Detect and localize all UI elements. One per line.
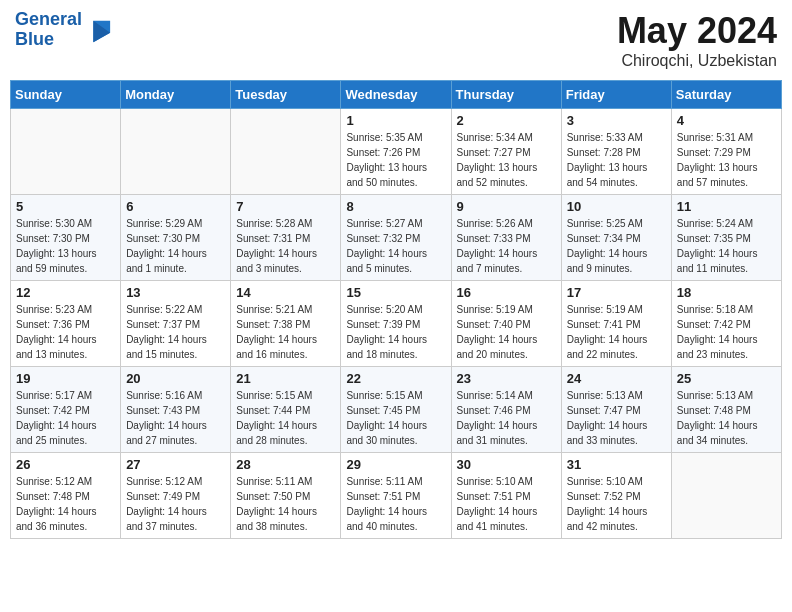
calendar-week-row: 1Sunrise: 5:35 AM Sunset: 7:26 PM Daylig…	[11, 109, 782, 195]
calendar-cell: 18Sunrise: 5:18 AM Sunset: 7:42 PM Dayli…	[671, 281, 781, 367]
day-info: Sunrise: 5:26 AM Sunset: 7:33 PM Dayligh…	[457, 216, 556, 276]
page-header: GeneralBlue May 2024 Chiroqchi, Uzbekist…	[10, 10, 782, 70]
day-number: 27	[126, 457, 225, 472]
day-number: 13	[126, 285, 225, 300]
day-info: Sunrise: 5:24 AM Sunset: 7:35 PM Dayligh…	[677, 216, 776, 276]
day-info: Sunrise: 5:29 AM Sunset: 7:30 PM Dayligh…	[126, 216, 225, 276]
calendar-cell: 22Sunrise: 5:15 AM Sunset: 7:45 PM Dayli…	[341, 367, 451, 453]
calendar-cell: 24Sunrise: 5:13 AM Sunset: 7:47 PM Dayli…	[561, 367, 671, 453]
month-title: May 2024	[617, 10, 777, 52]
calendar-cell: 13Sunrise: 5:22 AM Sunset: 7:37 PM Dayli…	[121, 281, 231, 367]
day-info: Sunrise: 5:34 AM Sunset: 7:27 PM Dayligh…	[457, 130, 556, 190]
weekday-header: Tuesday	[231, 81, 341, 109]
day-info: Sunrise: 5:19 AM Sunset: 7:41 PM Dayligh…	[567, 302, 666, 362]
day-number: 9	[457, 199, 556, 214]
day-number: 3	[567, 113, 666, 128]
day-number: 12	[16, 285, 115, 300]
calendar-cell: 9Sunrise: 5:26 AM Sunset: 7:33 PM Daylig…	[451, 195, 561, 281]
title-block: May 2024 Chiroqchi, Uzbekistan	[617, 10, 777, 70]
day-info: Sunrise: 5:17 AM Sunset: 7:42 PM Dayligh…	[16, 388, 115, 448]
calendar-cell: 31Sunrise: 5:10 AM Sunset: 7:52 PM Dayli…	[561, 453, 671, 539]
calendar-cell	[11, 109, 121, 195]
day-info: Sunrise: 5:12 AM Sunset: 7:49 PM Dayligh…	[126, 474, 225, 534]
day-number: 18	[677, 285, 776, 300]
day-number: 28	[236, 457, 335, 472]
calendar-cell: 26Sunrise: 5:12 AM Sunset: 7:48 PM Dayli…	[11, 453, 121, 539]
day-number: 21	[236, 371, 335, 386]
calendar-week-row: 12Sunrise: 5:23 AM Sunset: 7:36 PM Dayli…	[11, 281, 782, 367]
calendar-cell: 29Sunrise: 5:11 AM Sunset: 7:51 PM Dayli…	[341, 453, 451, 539]
calendar-cell	[121, 109, 231, 195]
weekday-header: Monday	[121, 81, 231, 109]
day-number: 5	[16, 199, 115, 214]
calendar-cell: 14Sunrise: 5:21 AM Sunset: 7:38 PM Dayli…	[231, 281, 341, 367]
day-number: 7	[236, 199, 335, 214]
day-info: Sunrise: 5:19 AM Sunset: 7:40 PM Dayligh…	[457, 302, 556, 362]
calendar-cell: 20Sunrise: 5:16 AM Sunset: 7:43 PM Dayli…	[121, 367, 231, 453]
day-number: 17	[567, 285, 666, 300]
day-number: 6	[126, 199, 225, 214]
day-info: Sunrise: 5:10 AM Sunset: 7:52 PM Dayligh…	[567, 474, 666, 534]
day-number: 15	[346, 285, 445, 300]
weekday-header: Wednesday	[341, 81, 451, 109]
calendar-cell: 6Sunrise: 5:29 AM Sunset: 7:30 PM Daylig…	[121, 195, 231, 281]
day-number: 31	[567, 457, 666, 472]
day-number: 20	[126, 371, 225, 386]
calendar-cell: 12Sunrise: 5:23 AM Sunset: 7:36 PM Dayli…	[11, 281, 121, 367]
calendar-cell: 2Sunrise: 5:34 AM Sunset: 7:27 PM Daylig…	[451, 109, 561, 195]
day-number: 23	[457, 371, 556, 386]
day-number: 10	[567, 199, 666, 214]
logo-icon	[84, 16, 112, 44]
calendar-cell: 27Sunrise: 5:12 AM Sunset: 7:49 PM Dayli…	[121, 453, 231, 539]
day-number: 29	[346, 457, 445, 472]
weekday-header: Thursday	[451, 81, 561, 109]
day-info: Sunrise: 5:16 AM Sunset: 7:43 PM Dayligh…	[126, 388, 225, 448]
logo-text: GeneralBlue	[15, 10, 82, 50]
day-info: Sunrise: 5:13 AM Sunset: 7:48 PM Dayligh…	[677, 388, 776, 448]
day-info: Sunrise: 5:30 AM Sunset: 7:30 PM Dayligh…	[16, 216, 115, 276]
day-info: Sunrise: 5:27 AM Sunset: 7:32 PM Dayligh…	[346, 216, 445, 276]
day-info: Sunrise: 5:13 AM Sunset: 7:47 PM Dayligh…	[567, 388, 666, 448]
calendar-cell: 30Sunrise: 5:10 AM Sunset: 7:51 PM Dayli…	[451, 453, 561, 539]
day-info: Sunrise: 5:21 AM Sunset: 7:38 PM Dayligh…	[236, 302, 335, 362]
calendar-cell: 3Sunrise: 5:33 AM Sunset: 7:28 PM Daylig…	[561, 109, 671, 195]
day-info: Sunrise: 5:35 AM Sunset: 7:26 PM Dayligh…	[346, 130, 445, 190]
calendar-cell: 4Sunrise: 5:31 AM Sunset: 7:29 PM Daylig…	[671, 109, 781, 195]
weekday-header: Sunday	[11, 81, 121, 109]
calendar-cell: 1Sunrise: 5:35 AM Sunset: 7:26 PM Daylig…	[341, 109, 451, 195]
calendar-cell: 16Sunrise: 5:19 AM Sunset: 7:40 PM Dayli…	[451, 281, 561, 367]
day-info: Sunrise: 5:23 AM Sunset: 7:36 PM Dayligh…	[16, 302, 115, 362]
calendar-cell: 15Sunrise: 5:20 AM Sunset: 7:39 PM Dayli…	[341, 281, 451, 367]
day-number: 22	[346, 371, 445, 386]
weekday-header-row: SundayMondayTuesdayWednesdayThursdayFrid…	[11, 81, 782, 109]
day-info: Sunrise: 5:25 AM Sunset: 7:34 PM Dayligh…	[567, 216, 666, 276]
day-info: Sunrise: 5:11 AM Sunset: 7:50 PM Dayligh…	[236, 474, 335, 534]
day-info: Sunrise: 5:20 AM Sunset: 7:39 PM Dayligh…	[346, 302, 445, 362]
logo: GeneralBlue	[15, 10, 112, 50]
calendar-cell: 10Sunrise: 5:25 AM Sunset: 7:34 PM Dayli…	[561, 195, 671, 281]
day-info: Sunrise: 5:12 AM Sunset: 7:48 PM Dayligh…	[16, 474, 115, 534]
day-number: 26	[16, 457, 115, 472]
calendar-cell: 5Sunrise: 5:30 AM Sunset: 7:30 PM Daylig…	[11, 195, 121, 281]
day-info: Sunrise: 5:33 AM Sunset: 7:28 PM Dayligh…	[567, 130, 666, 190]
calendar-cell: 19Sunrise: 5:17 AM Sunset: 7:42 PM Dayli…	[11, 367, 121, 453]
day-number: 8	[346, 199, 445, 214]
calendar-cell: 28Sunrise: 5:11 AM Sunset: 7:50 PM Dayli…	[231, 453, 341, 539]
day-number: 14	[236, 285, 335, 300]
calendar-cell: 21Sunrise: 5:15 AM Sunset: 7:44 PM Dayli…	[231, 367, 341, 453]
calendar-cell: 11Sunrise: 5:24 AM Sunset: 7:35 PM Dayli…	[671, 195, 781, 281]
day-info: Sunrise: 5:15 AM Sunset: 7:44 PM Dayligh…	[236, 388, 335, 448]
day-number: 1	[346, 113, 445, 128]
day-number: 19	[16, 371, 115, 386]
weekday-header: Saturday	[671, 81, 781, 109]
calendar-cell	[671, 453, 781, 539]
weekday-header: Friday	[561, 81, 671, 109]
day-number: 25	[677, 371, 776, 386]
calendar-week-row: 26Sunrise: 5:12 AM Sunset: 7:48 PM Dayli…	[11, 453, 782, 539]
calendar-cell: 8Sunrise: 5:27 AM Sunset: 7:32 PM Daylig…	[341, 195, 451, 281]
day-info: Sunrise: 5:31 AM Sunset: 7:29 PM Dayligh…	[677, 130, 776, 190]
calendar-week-row: 19Sunrise: 5:17 AM Sunset: 7:42 PM Dayli…	[11, 367, 782, 453]
calendar-cell: 23Sunrise: 5:14 AM Sunset: 7:46 PM Dayli…	[451, 367, 561, 453]
day-number: 2	[457, 113, 556, 128]
day-number: 16	[457, 285, 556, 300]
